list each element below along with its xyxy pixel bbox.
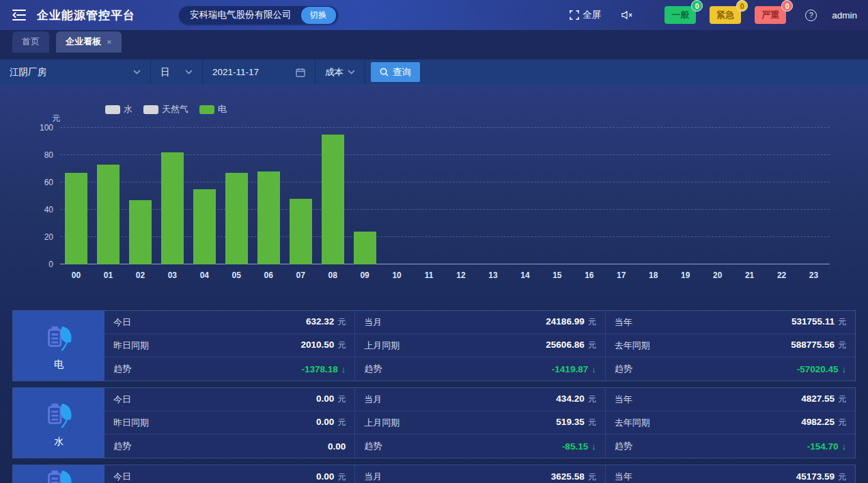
card-column: 当月24186.99元上月同期25606.86元趋势-1419.87↓ [354, 311, 604, 381]
x-tick: 04 [188, 271, 221, 280]
unit-label: 元 [588, 417, 596, 428]
table-row: 趋势-1419.87↓ [355, 357, 604, 381]
alarm-chip-general[interactable]: 一般0 [664, 6, 696, 24]
x-tick: 12 [445, 271, 477, 280]
metric-value-group: 4982.25元 [801, 417, 846, 428]
metric-value: 2010.50 [301, 340, 335, 350]
tab-0[interactable]: 首页 [12, 31, 49, 53]
alarm-chip-urgent[interactable]: 紧急0 [710, 6, 741, 24]
bar-hour-03[interactable] [161, 152, 184, 264]
metric-value-group: 0.00元 [316, 417, 346, 428]
metric-label: 上月同期 [364, 340, 400, 352]
energy-card-grid: 今日0.00元当月3625.58元当年45173.59元 [104, 465, 855, 483]
metric-label: 当月 [364, 316, 382, 329]
bar-hour-05[interactable] [225, 173, 248, 264]
table-row: 去年同期588775.56元 [606, 334, 855, 357]
enterprise-energy-dashboard: 企业能源管控平台 安科瑞电气股份有限公司 切换 全屏 一般0紧急0严重0 [0, 0, 868, 483]
alarm-count-badge: 0 [736, 0, 748, 12]
mute-speaker-icon[interactable] [621, 10, 633, 20]
tab-label: 首页 [22, 36, 40, 48]
table-row: 当月3625.58元 [355, 465, 604, 483]
fullscreen-icon [570, 10, 579, 20]
bar-hour-08[interactable] [322, 135, 344, 264]
period-select[interactable]: 日 [151, 59, 203, 85]
bar-hour-04[interactable] [193, 189, 216, 264]
metric-select[interactable]: 成本 [316, 59, 365, 85]
collapse-menu-icon[interactable] [11, 7, 27, 23]
bar-hour-01[interactable] [97, 165, 120, 264]
metric-value: 588775.56 [791, 340, 835, 350]
card-column: 今日0.00元昨日同期0.00元趋势0.00 [104, 388, 354, 458]
switch-company-button[interactable]: 切换 [301, 7, 336, 24]
table-row: 当月434.20元 [355, 388, 604, 411]
energy-card-2: 今日0.00元当月3625.58元当年45173.59元 [12, 465, 856, 483]
help-icon[interactable]: ? [805, 10, 817, 21]
bar-hour-09[interactable] [354, 232, 376, 264]
filter-bar: 江阴厂房 日 2021-11-17 成本 [0, 59, 868, 85]
metric-value-group: 0.00元 [316, 471, 346, 483]
metric-value-group: 2010.50元 [301, 340, 346, 351]
unit-label: 元 [337, 340, 346, 351]
fullscreen-label: 全屏 [583, 9, 601, 21]
alarm-chip-label: 严重 [761, 10, 779, 20]
table-row: 当年45173.59元 [606, 465, 855, 483]
metric-select-value: 成本 [325, 66, 344, 79]
gridline [60, 127, 830, 128]
unit-label: 元 [337, 417, 346, 428]
query-button[interactable]: 查询 [371, 62, 420, 82]
metric-value-group: -1419.87↓ [552, 364, 596, 374]
legend-item-gas[interactable]: 天然气 [143, 103, 188, 115]
table-row: 当月24186.99元 [355, 311, 604, 334]
fullscreen-button[interactable]: 全屏 [570, 9, 601, 21]
metric-label: 今日 [113, 316, 131, 329]
unit-label: 元 [838, 394, 846, 405]
energy-card-label: 电 [54, 359, 64, 371]
metric-value: 3625.58 [551, 471, 585, 482]
tab-gap [0, 53, 868, 59]
card-column: 当月3625.58元 [354, 465, 604, 483]
site-select[interactable]: 江阴厂房 [0, 59, 151, 85]
close-icon[interactable]: × [107, 37, 112, 47]
alarm-count-badge: 0 [781, 0, 793, 12]
metric-value: 434.20 [556, 394, 584, 404]
metric-label: 趋势 [113, 440, 131, 452]
x-tick: 08 [317, 271, 349, 280]
trend-down-icon: ↓ [591, 364, 596, 374]
username[interactable]: admin [832, 10, 857, 20]
metric-value: 632.32 [306, 316, 334, 327]
metric-label: 当月 [364, 471, 382, 483]
table-row: 去年同期4982.25元 [606, 411, 855, 434]
x-tick: 18 [637, 271, 669, 280]
tab-1[interactable]: 企业看板× [56, 31, 122, 53]
metric-value: 4827.55 [801, 394, 835, 404]
legend-label: 水 [124, 103, 132, 115]
metric-value-group: 0.00元 [316, 394, 346, 405]
legend-item-water[interactable]: 水 [105, 103, 132, 115]
metric-value-group: -57020.45↓ [797, 364, 846, 374]
metric-label: 昨日同期 [113, 340, 149, 352]
search-icon [380, 68, 389, 77]
unit-label: 元 [337, 394, 346, 405]
bar-hour-07[interactable] [290, 199, 312, 264]
chevron-down-icon [185, 70, 193, 74]
y-tick: 80 [22, 150, 53, 160]
alarm-chip-critical[interactable]: 严重0 [755, 6, 786, 24]
x-tick: 17 [605, 271, 637, 280]
date-picker[interactable]: 2021-11-17 [203, 59, 316, 85]
legend-item-electric[interactable]: 电 [199, 103, 227, 115]
unit-label: 元 [588, 340, 596, 351]
chevron-down-icon [133, 70, 141, 74]
bar-hour-06[interactable] [257, 171, 280, 264]
energy-card-tile: 电 [13, 311, 104, 381]
metric-label: 今日 [113, 471, 131, 483]
unit-label: 元 [588, 394, 596, 405]
card-column: 当月434.20元上月同期519.35元趋势-85.15↓ [354, 388, 604, 458]
metric-value: 531755.11 [792, 316, 835, 327]
metric-value: 0.00 [316, 471, 334, 482]
table-row: 上月同期25606.86元 [355, 334, 604, 357]
bar-hour-02[interactable] [129, 200, 152, 264]
bar-hour-00[interactable] [65, 173, 87, 264]
table-row: 趋势-57020.45↓ [606, 357, 855, 381]
metric-label: 当年 [615, 394, 632, 406]
x-tick: 14 [509, 271, 541, 280]
